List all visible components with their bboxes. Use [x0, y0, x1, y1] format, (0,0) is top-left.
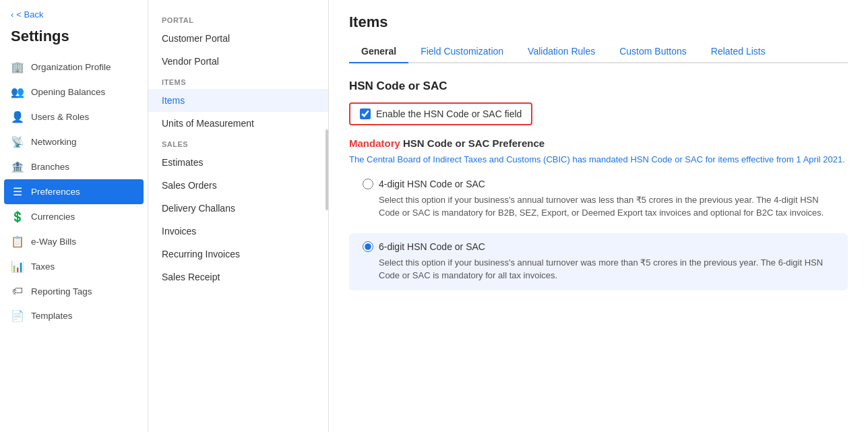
sidebar-item-label: Organization Profile: [31, 62, 111, 72]
info-text: The Central Board of Indirect Taxes and …: [349, 153, 848, 166]
sidebar-item-users-roles[interactable]: 👤 Users & Roles: [0, 104, 148, 129]
enable-hsn-row: Enable the HSN Code or SAC field: [349, 102, 532, 125]
preferences-icon: ☰: [11, 185, 24, 198]
opening-balances-icon: 👥: [11, 86, 24, 98]
option-6digit-radio[interactable]: [363, 241, 373, 252]
middle-item-sales-orders[interactable]: Sales Orders: [148, 174, 328, 197]
middle-item-items[interactable]: Items: [148, 89, 328, 112]
middle-panel: PORTAL Customer Portal Vendor Portal ITE…: [148, 0, 329, 432]
settings-title: Settings: [0, 25, 148, 55]
option-4digit-row: 4-digit HSN Code or SAC: [363, 179, 834, 189]
option-4digit-block: 4-digit HSN Code or SAC Select this opti…: [349, 179, 848, 220]
tabs-bar: General Field Customization Validation R…: [349, 40, 848, 63]
option-4digit-radio[interactable]: [363, 179, 373, 189]
middle-item-customer-portal[interactable]: Customer Portal: [148, 27, 328, 50]
sidebar-item-label: Networking: [31, 137, 77, 147]
option-4digit-label[interactable]: 4-digit HSN Code or SAC: [379, 179, 485, 189]
sidebar-item-label: Opening Balances: [31, 87, 105, 97]
option-6digit-row: 6-digit HSN Code or SAC: [363, 241, 834, 252]
tab-field-customization[interactable]: Field Customization: [408, 40, 516, 63]
middle-item-sales-receipt[interactable]: Sales Receipt: [148, 266, 328, 288]
sidebar-item-opening-balances[interactable]: 👥 Opening Balances: [0, 80, 148, 104]
hsn-section-title: HSN Code or SAC: [349, 80, 848, 93]
users-roles-icon: 👤: [11, 111, 24, 123]
main-body: HSN Code or SAC Enable the HSN Code or S…: [329, 63, 868, 432]
enable-hsn-label[interactable]: Enable the HSN Code or SAC field: [376, 109, 522, 119]
back-button[interactable]: ‹ < Back: [0, 0, 148, 25]
preference-rest-text: HSN Code or SAC Preference: [400, 137, 545, 149]
eway-bills-icon: 📋: [11, 235, 24, 248]
sidebar-item-label: Preferences: [31, 187, 80, 197]
sidebar-item-label: e-Way Bills: [31, 237, 76, 247]
sidebar-item-branches[interactable]: 🏦 Branches: [0, 154, 148, 179]
sidebar-item-label: Currencies: [31, 212, 75, 222]
option-6digit-label[interactable]: 6-digit HSN Code or SAC: [379, 241, 485, 252]
middle-item-delivery-challans[interactable]: Delivery Challans: [148, 197, 328, 220]
sidebar-item-reporting-tags[interactable]: 🏷 Reporting Tags: [0, 279, 148, 303]
templates-icon: 📄: [11, 309, 24, 322]
sidebar-item-taxes[interactable]: 📊 Taxes: [0, 254, 148, 279]
sidebar-item-networking[interactable]: 📡 Networking: [0, 129, 148, 154]
sidebar-item-label: Taxes: [31, 261, 55, 272]
sidebar-item-label: Templates: [31, 311, 73, 321]
middle-item-recurring-invoices[interactable]: Recurring Invoices: [148, 243, 328, 266]
tab-custom-buttons[interactable]: Custom Buttons: [607, 40, 699, 63]
sidebar-item-eway-bills[interactable]: 📋 e-Way Bills: [0, 229, 148, 254]
section-label-sales: SALES: [148, 135, 328, 151]
org-profile-icon: 🏢: [11, 61, 24, 73]
option-6digit-block: 6-digit HSN Code or SAC Select this opti…: [349, 233, 848, 290]
tab-general[interactable]: General: [349, 40, 408, 63]
reporting-tags-icon: 🏷: [11, 285, 24, 297]
middle-item-estimates[interactable]: Estimates: [148, 151, 328, 174]
back-arrow-icon: ‹: [11, 9, 13, 20]
main-header: Items General Field Customization Valida…: [329, 0, 868, 63]
sidebar-item-preferences[interactable]: ☰ Preferences: [4, 179, 144, 204]
preference-label: Mandatory HSN Code or SAC Preference: [349, 137, 848, 149]
sidebar-item-org-profile[interactable]: 🏢 Organization Profile: [0, 55, 148, 80]
sidebar-item-currencies[interactable]: 💲 Currencies: [0, 204, 148, 229]
main-content: Items General Field Customization Valida…: [329, 0, 868, 432]
option-4digit-desc: Select this option if your business's an…: [379, 193, 834, 220]
sidebar-item-label: Users & Roles: [31, 112, 89, 122]
sidebar-item-templates[interactable]: 📄 Templates: [0, 303, 148, 328]
middle-item-units-of-measurement[interactable]: Units of Measurement: [148, 112, 328, 135]
section-label-portal: PORTAL: [148, 11, 328, 27]
page-title: Items: [349, 13, 848, 31]
sidebar-item-label: Branches: [31, 162, 69, 172]
networking-icon: 📡: [11, 135, 24, 148]
enable-hsn-checkbox[interactable]: [360, 109, 371, 119]
option-6digit-desc: Select this option if your business's an…: [379, 256, 834, 282]
taxes-icon: 📊: [11, 260, 24, 273]
middle-item-vendor-portal[interactable]: Vendor Portal: [148, 50, 328, 73]
section-label-items: ITEMS: [148, 73, 328, 89]
tab-related-lists[interactable]: Related Lists: [699, 40, 778, 63]
scroll-bar[interactable]: [326, 129, 328, 210]
tab-validation-rules[interactable]: Validation Rules: [516, 40, 607, 63]
mandatory-text: Mandatory: [349, 137, 400, 149]
sidebar-item-label: Reporting Tags: [31, 286, 92, 297]
sidebar: ‹ < Back Settings 🏢 Organization Profile…: [0, 0, 148, 432]
middle-item-invoices[interactable]: Invoices: [148, 220, 328, 243]
back-label: < Back: [16, 9, 43, 20]
branches-icon: 🏦: [11, 160, 24, 173]
currencies-icon: 💲: [11, 210, 24, 223]
